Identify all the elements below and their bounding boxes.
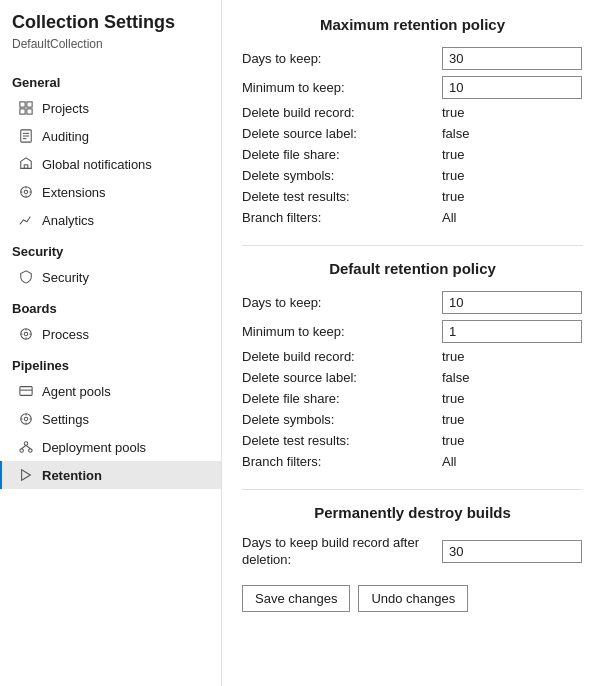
max-delete-test-results-value: true bbox=[442, 189, 464, 204]
def-branch-filters-label: Branch filters: bbox=[242, 454, 442, 469]
max-minimum-to-keep-row: Minimum to keep: bbox=[242, 76, 583, 99]
svg-rect-21 bbox=[20, 387, 32, 396]
def-days-to-keep-input[interactable] bbox=[442, 291, 582, 314]
sidebar-item-extensions[interactable]: Extensions bbox=[0, 178, 221, 206]
security-label: Security bbox=[42, 270, 89, 285]
def-delete-test-results-value: true bbox=[442, 433, 464, 448]
max-days-to-keep-row: Days to keep: bbox=[242, 47, 583, 70]
svg-point-30 bbox=[20, 449, 24, 453]
maximum-retention-title: Maximum retention policy bbox=[242, 16, 583, 33]
max-delete-symbols-value: true bbox=[442, 168, 464, 183]
max-branch-filters-label: Branch filters: bbox=[242, 210, 442, 225]
def-delete-source-label-label: Delete source label: bbox=[242, 370, 442, 385]
def-minimum-to-keep-label: Minimum to keep: bbox=[242, 324, 442, 339]
def-minimum-to-keep-input[interactable] bbox=[442, 320, 582, 343]
agent-pools-icon bbox=[18, 383, 34, 399]
section-boards: Boards bbox=[0, 291, 221, 320]
analytics-label: Analytics bbox=[42, 213, 94, 228]
def-minimum-to-keep-row: Minimum to keep: bbox=[242, 320, 583, 343]
max-days-to-keep-input[interactable] bbox=[442, 47, 582, 70]
collection-name: DefaultCollection bbox=[0, 37, 221, 65]
sidebar-item-projects[interactable]: Projects bbox=[0, 94, 221, 122]
retention-icon bbox=[18, 467, 34, 483]
max-delete-file-share-value: true bbox=[442, 147, 464, 162]
max-days-to-keep-label: Days to keep: bbox=[242, 51, 442, 66]
max-delete-test-results-row: Delete test results: true bbox=[242, 189, 583, 204]
process-label: Process bbox=[42, 327, 89, 342]
process-icon bbox=[18, 326, 34, 342]
svg-rect-8 bbox=[24, 165, 28, 169]
def-delete-build-record-label: Delete build record: bbox=[242, 349, 442, 364]
def-days-to-keep-row: Days to keep: bbox=[242, 291, 583, 314]
settings-label: Settings bbox=[42, 412, 89, 427]
max-delete-source-label-value: false bbox=[442, 126, 469, 141]
extensions-label: Extensions bbox=[42, 185, 106, 200]
extensions-icon bbox=[18, 184, 34, 200]
deployment-pools-icon bbox=[18, 439, 34, 455]
sidebar-item-deployment-pools[interactable]: Deployment pools bbox=[0, 433, 221, 461]
action-buttons: Save changes Undo changes bbox=[242, 585, 583, 612]
main-content: Maximum retention policy Days to keep: M… bbox=[222, 0, 603, 686]
default-retention-block: Default retention policy Days to keep: M… bbox=[242, 260, 583, 469]
destroy-days-keep-input[interactable] bbox=[442, 540, 582, 563]
sidebar: Collection Settings DefaultCollection Ge… bbox=[0, 0, 222, 686]
deployment-pools-label: Deployment pools bbox=[42, 440, 146, 455]
maximum-retention-block: Maximum retention policy Days to keep: M… bbox=[242, 16, 583, 225]
sidebar-item-security[interactable]: Security bbox=[0, 263, 221, 291]
analytics-icon bbox=[18, 212, 34, 228]
def-delete-build-record-row: Delete build record: true bbox=[242, 349, 583, 364]
def-delete-symbols-row: Delete symbols: true bbox=[242, 412, 583, 427]
max-delete-file-share-row: Delete file share: true bbox=[242, 147, 583, 162]
max-minimum-to-keep-label: Minimum to keep: bbox=[242, 80, 442, 95]
page-title: Collection Settings bbox=[0, 12, 221, 37]
max-branch-filters-row: Branch filters: All bbox=[242, 210, 583, 225]
sidebar-item-process[interactable]: Process bbox=[0, 320, 221, 348]
sidebar-item-retention[interactable]: Retention bbox=[0, 461, 221, 489]
undo-changes-button[interactable]: Undo changes bbox=[358, 585, 468, 612]
def-delete-symbols-label: Delete symbols: bbox=[242, 412, 442, 427]
max-minimum-to-keep-input[interactable] bbox=[442, 76, 582, 99]
projects-icon bbox=[18, 100, 34, 116]
section-pipelines: Pipelines bbox=[0, 348, 221, 377]
svg-rect-1 bbox=[27, 102, 32, 107]
def-days-to-keep-label: Days to keep: bbox=[242, 295, 442, 310]
sidebar-item-auditing[interactable]: Auditing bbox=[0, 122, 221, 150]
sidebar-item-analytics[interactable]: Analytics bbox=[0, 206, 221, 234]
def-delete-file-share-label: Delete file share: bbox=[242, 391, 442, 406]
max-delete-build-record-label: Delete build record: bbox=[242, 105, 442, 120]
def-delete-file-share-value: true bbox=[442, 391, 464, 406]
svg-line-33 bbox=[26, 445, 30, 449]
def-branch-filters-row: Branch filters: All bbox=[242, 454, 583, 469]
max-delete-test-results-label: Delete test results: bbox=[242, 189, 442, 204]
def-delete-source-label-row: Delete source label: false bbox=[242, 370, 583, 385]
save-changes-button[interactable]: Save changes bbox=[242, 585, 350, 612]
default-retention-title: Default retention policy bbox=[242, 260, 583, 277]
destroy-builds-block: Permanently destroy builds Days to keep … bbox=[242, 504, 583, 612]
def-delete-symbols-value: true bbox=[442, 412, 464, 427]
auditing-icon bbox=[18, 128, 34, 144]
def-delete-test-results-row: Delete test results: true bbox=[242, 433, 583, 448]
max-delete-source-label-label: Delete source label: bbox=[242, 126, 442, 141]
retention-label: Retention bbox=[42, 468, 102, 483]
section-general: General bbox=[0, 65, 221, 94]
svg-point-24 bbox=[24, 417, 28, 421]
sidebar-item-settings[interactable]: Settings bbox=[0, 405, 221, 433]
sidebar-item-global-notifications[interactable]: Global notifications bbox=[0, 150, 221, 178]
svg-point-10 bbox=[24, 190, 28, 194]
projects-label: Projects bbox=[42, 101, 89, 116]
destroy-days-keep-label: Days to keep build record after deletion… bbox=[242, 535, 442, 569]
svg-point-16 bbox=[24, 332, 28, 336]
max-delete-symbols-label: Delete symbols: bbox=[242, 168, 442, 183]
svg-rect-3 bbox=[27, 109, 32, 114]
max-branch-filters-value: All bbox=[442, 210, 456, 225]
auditing-label: Auditing bbox=[42, 129, 89, 144]
svg-rect-0 bbox=[20, 102, 25, 107]
notifications-icon bbox=[18, 156, 34, 172]
max-delete-build-record-value: true bbox=[442, 105, 464, 120]
def-delete-file-share-row: Delete file share: true bbox=[242, 391, 583, 406]
svg-point-29 bbox=[24, 442, 28, 446]
def-branch-filters-value: All bbox=[442, 454, 456, 469]
section-security: Security bbox=[0, 234, 221, 263]
sidebar-item-agent-pools[interactable]: Agent pools bbox=[0, 377, 221, 405]
def-delete-test-results-label: Delete test results: bbox=[242, 433, 442, 448]
